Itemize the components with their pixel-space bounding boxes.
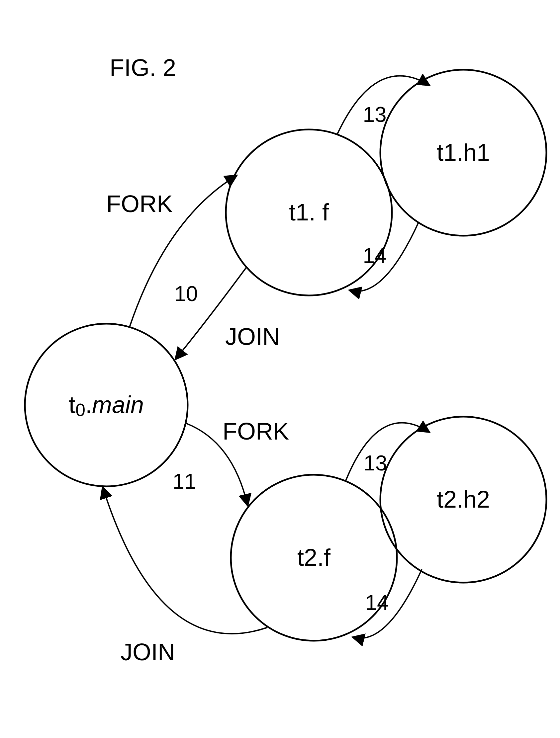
node-t0-main-label: t0.main xyxy=(69,391,144,420)
edge-t2f-to-main xyxy=(103,488,267,634)
node-t1-h1-label: t1.h1 xyxy=(437,139,490,166)
node-t1-h1: t1.h1 xyxy=(380,70,546,236)
node-t1-f-label: t1. f xyxy=(289,199,329,226)
edge-t2f-to-main-word: JOIN xyxy=(120,639,175,665)
figure-title: FIG. 2 xyxy=(109,54,176,81)
edge-t1f-t1h1-number: 13 xyxy=(363,102,386,126)
node-t2-h2: t2.h2 xyxy=(380,417,546,583)
node-t2-f-label: t2.f xyxy=(297,544,331,571)
edge-main-t2f-number: 11 xyxy=(173,469,196,493)
node-t2-f: t2.f xyxy=(231,475,397,641)
edge-main-to-t2f-word: FORK xyxy=(223,418,289,444)
edge-t2h2-t2f-number: 14 xyxy=(365,591,388,615)
node-t0-main: t0.main xyxy=(25,324,188,486)
edge-t1h1-t1f-number: 14 xyxy=(363,244,386,268)
edge-t1f-to-main-word: JOIN xyxy=(225,323,280,350)
edge-main-to-t1f-word: FORK xyxy=(106,191,173,217)
edge-t2f-t2h2-number: 13 xyxy=(363,451,387,475)
node-t2-h2-label: t2.h2 xyxy=(437,486,490,512)
edge-main-t1f-number: 10 xyxy=(174,282,198,306)
node-t1-f: t1. f xyxy=(226,129,392,296)
